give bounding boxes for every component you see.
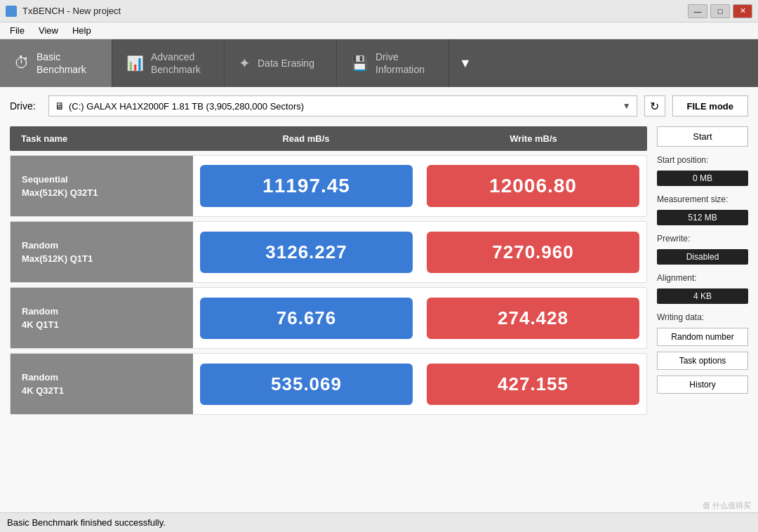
- tab-drive-information-label: DriveInformation: [375, 51, 425, 76]
- drive-label: Drive:: [10, 100, 41, 112]
- read-value-random-4k-q32t1: 535.069: [200, 364, 413, 405]
- write-cell-sequential-512k: 12006.80: [420, 159, 646, 213]
- basic-benchmark-icon: ⏱: [14, 54, 29, 72]
- start-button[interactable]: Start: [657, 126, 748, 147]
- data-erasing-icon: ✦: [239, 55, 251, 72]
- col-header-task: Task name: [10, 126, 192, 151]
- file-mode-button[interactable]: FILE mode: [672, 95, 748, 117]
- col-header-read: Read mB/s: [192, 126, 420, 151]
- bench-row-sequential-512k: SequentialMax(512K) Q32T1 11197.45 12006…: [10, 155, 647, 217]
- tab-data-erasing-label: Data Erasing: [258, 57, 314, 69]
- drive-select-chevron-icon: ▼: [623, 101, 631, 111]
- read-value-sequential-512k: 11197.45: [200, 165, 413, 207]
- drive-row: Drive: 🖥 (C:) GALAX HA1X2000F 1.81 TB (3…: [10, 95, 748, 117]
- menu-file[interactable]: File: [4, 24, 30, 37]
- watermark: 值 什么值得买: [703, 500, 751, 511]
- app-icon: [6, 6, 17, 17]
- write-cell-random-4k-q32t1: 427.155: [420, 358, 646, 411]
- alignment-value: 4 KB: [657, 288, 748, 304]
- tab-basic-benchmark[interactable]: ⏱ BasicBenchmark: [0, 39, 112, 87]
- write-value-random-512k: 7270.960: [427, 232, 639, 273]
- tab-drive-information[interactable]: 💾 DriveInformation: [337, 39, 449, 87]
- read-value-random-512k: 3126.227: [200, 232, 413, 273]
- write-value-random-4k-q1t1: 274.428: [427, 298, 639, 339]
- tab-basic-benchmark-label: BasicBenchmark: [36, 51, 86, 76]
- status-bar: Basic Benchmark finished successfully.: [0, 512, 758, 532]
- write-value-random-4k-q32t1: 427.155: [427, 364, 639, 405]
- tab-advanced-benchmark-label: AdvancedBenchmark: [151, 51, 201, 76]
- menu-bar: File View Help: [0, 22, 758, 39]
- measurement-size-value: 512 MB: [657, 210, 748, 225]
- close-button[interactable]: ✕: [733, 4, 752, 18]
- main-layout: Task name Read mB/s Write mB/s Sequentia…: [10, 126, 748, 504]
- row-label-random-512k: RandomMax(512K) Q1T1: [11, 222, 193, 282]
- prewrite-label: Prewrite:: [657, 234, 748, 244]
- alignment-label: Alignment:: [657, 273, 748, 283]
- menu-help[interactable]: Help: [67, 24, 97, 37]
- writing-data-label: Writing data:: [657, 312, 748, 322]
- writing-data-button[interactable]: Random number: [657, 328, 748, 346]
- content-area: Drive: 🖥 (C:) GALAX HA1X2000F 1.81 TB (3…: [0, 87, 758, 512]
- tab-dropdown-button[interactable]: ▼: [449, 39, 481, 87]
- drive-select[interactable]: 🖥 (C:) GALAX HA1X2000F 1.81 TB (3,905,28…: [48, 95, 637, 117]
- row-label-sequential-512k: SequentialMax(512K) Q32T1: [11, 156, 193, 216]
- write-value-sequential-512k: 12006.80: [427, 165, 639, 207]
- title-bar: TxBENCH - New project — □ ✕: [0, 0, 758, 22]
- tab-bar: ⏱ BasicBenchmark 📊 AdvancedBenchmark ✦ D…: [0, 39, 758, 87]
- read-cell-random-512k: 3126.227: [193, 226, 420, 279]
- write-cell-random-512k: 7270.960: [420, 226, 646, 279]
- read-value-random-4k-q1t1: 76.676: [200, 298, 413, 339]
- drive-information-icon: 💾: [351, 55, 368, 72]
- write-cell-random-4k-q1t1: 274.428: [420, 292, 646, 345]
- maximize-button[interactable]: □: [710, 4, 730, 18]
- minimize-button[interactable]: —: [688, 4, 707, 18]
- window-title: TxBENCH - New project: [22, 6, 121, 16]
- refresh-icon: ↻: [650, 100, 659, 113]
- read-cell-random-4k-q1t1: 76.676: [193, 292, 420, 345]
- advanced-benchmark-icon: 📊: [126, 55, 144, 72]
- menu-view[interactable]: View: [33, 24, 64, 37]
- col-header-write: Write mB/s: [420, 126, 647, 151]
- read-cell-random-4k-q32t1: 535.069: [193, 358, 420, 411]
- tab-data-erasing[interactable]: ✦ Data Erasing: [225, 39, 337, 87]
- table-header: Task name Read mB/s Write mB/s: [10, 126, 647, 151]
- drive-select-text: (C:) GALAX HA1X2000F 1.81 TB (3,905,280,…: [69, 101, 623, 112]
- history-button[interactable]: History: [657, 375, 748, 394]
- measurement-size-label: Measurement size:: [657, 194, 748, 204]
- task-options-button[interactable]: Task options: [657, 352, 748, 370]
- read-cell-sequential-512k: 11197.45: [193, 159, 420, 213]
- drive-refresh-button[interactable]: ↻: [644, 95, 665, 117]
- start-position-label: Start position:: [657, 155, 748, 165]
- drive-select-icon: 🖥: [55, 100, 65, 112]
- bench-row-random-4k-q1t1: Random4K Q1T1 76.676 274.428: [10, 287, 647, 349]
- tab-advanced-benchmark[interactable]: 📊 AdvancedBenchmark: [112, 39, 225, 87]
- table-area: Task name Read mB/s Write mB/s Sequentia…: [10, 126, 647, 504]
- bench-row-random-512k: RandomMax(512K) Q1T1 3126.227 7270.960: [10, 221, 647, 283]
- sidebar: Start Start position: 0 MB Measurement s…: [657, 126, 748, 504]
- row-label-random-4k-q1t1: Random4K Q1T1: [11, 288, 193, 348]
- start-position-value: 0 MB: [657, 171, 748, 186]
- row-label-random-4k-q32t1: Random4K Q32T1: [11, 354, 193, 414]
- bench-row-random-4k-q32t1: Random4K Q32T1 535.069 427.155: [10, 353, 647, 415]
- status-message: Basic Benchmark finished successfully.: [7, 517, 166, 528]
- prewrite-value: Disabled: [657, 249, 748, 265]
